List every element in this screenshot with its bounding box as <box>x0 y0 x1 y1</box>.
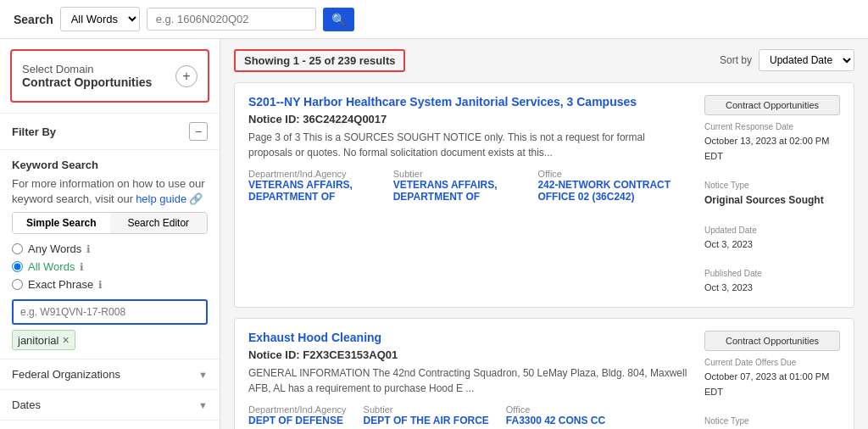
filter-toggle-button[interactable]: − <box>189 122 208 141</box>
content-area: Sort by Updated Date Showing 1 - 25 of 2… <box>220 39 868 429</box>
meta-col-agency: Department/Ind.Agency VETERANS AFFAIRS, … <box>248 169 376 203</box>
filter-section-notice-type[interactable]: Notice Type ▼ <box>0 420 220 429</box>
main-layout: Select Domain Contract Opportunities + F… <box>0 39 868 429</box>
meta-col-office: Office FA3300 42 CONS CC <box>506 404 605 426</box>
result-card: S201--NY Harbor Healthcare System Janito… <box>234 82 854 308</box>
search-label: Search <box>14 13 53 26</box>
result-right: Contract Opportunities Current Response … <box>704 95 840 295</box>
meta-row: Department/Ind.Agency DEPT OF DEFENSE Su… <box>248 404 691 426</box>
radio-all-words[interactable]: All Words ℹ <box>12 260 208 273</box>
right-meta: Current Date Offers Due October 07, 2023… <box>704 356 840 429</box>
filter-by-header: Filter By − <box>0 113 220 149</box>
keyword-title: Keyword Search <box>12 159 208 171</box>
meta-col-subtier: Subtier DEPT OF THE AIR FORCE <box>364 404 489 426</box>
filter-section-dates[interactable]: Dates ▼ <box>0 389 220 420</box>
sort-bar: Sort by Updated Date <box>720 49 854 71</box>
meta-col-office: Office 242-NETWORK CONTRACT OFFICE 02 (3… <box>537 169 691 203</box>
keyword-help-text: For more information on how to use our k… <box>12 176 208 207</box>
chevron-down-icon: ▼ <box>198 370 208 380</box>
domain-text: Select Domain <box>22 63 152 75</box>
meta-col-agency: Department/Ind.Agency DEPT OF DEFENSE <box>248 404 347 426</box>
all-words-info-icon[interactable]: ℹ <box>80 261 84 273</box>
sidebar: Select Domain Contract Opportunities + F… <box>0 39 220 429</box>
results-summary: Showing 1 - 25 of 239 results <box>234 49 405 72</box>
result-right: Contract Opportunities Current Date Offe… <box>704 331 840 429</box>
result-title[interactable]: S201--NY Harbor Healthcare System Janito… <box>248 95 691 109</box>
radio-group: Any Words ℹ All Words ℹ Exact Phrase ℹ <box>12 242 208 291</box>
keyword-search-input[interactable] <box>12 299 208 325</box>
remove-keyword-tag[interactable]: × <box>62 333 69 347</box>
result-description: Page 3 of 3 This is a SOURCES SOUGHT NOT… <box>248 130 691 160</box>
meta-col-subtier: Subtier VETERANS AFFAIRS, DEPARTMENT OF <box>393 169 521 203</box>
sort-select[interactable]: Updated Date <box>759 49 854 71</box>
search-input[interactable] <box>147 8 316 31</box>
tab-search-editor[interactable]: Search Editor <box>110 213 208 233</box>
radio-exact-phrase-input[interactable] <box>12 279 23 290</box>
any-words-info-icon[interactable]: ℹ <box>86 243 91 255</box>
meta-row: Department/Ind.Agency VETERANS AFFAIRS, … <box>248 169 691 203</box>
domain-add-button[interactable]: + <box>175 65 198 87</box>
contract-badge: Contract Opportunities <box>704 95 840 115</box>
keyword-section: Keyword Search For more information on h… <box>0 149 220 359</box>
search-type-select[interactable]: All Words <box>60 7 140 31</box>
domain-box: Select Domain Contract Opportunities + <box>10 49 209 103</box>
result-main: Exhaust Hood Cleaning Notice ID: F2X3CE3… <box>248 331 691 429</box>
radio-all-words-input[interactable] <box>12 261 23 272</box>
chevron-down-icon: ▼ <box>198 400 208 410</box>
result-title[interactable]: Exhaust Hood Cleaning <box>248 331 691 344</box>
keyword-tag: janitorial × <box>12 330 75 350</box>
contract-badge: Contract Opportunities <box>704 331 840 351</box>
result-notice-id: Notice ID: 36C24224Q0017 <box>248 113 691 125</box>
result-notice-id: Notice ID: F2X3CE3153AQ01 <box>248 348 691 361</box>
top-bar: Search All Words 🔍 <box>0 0 868 39</box>
exact-phrase-info-icon[interactable]: ℹ <box>98 279 103 291</box>
radio-exact-phrase[interactable]: Exact Phrase ℹ <box>12 278 208 291</box>
radio-any-words[interactable]: Any Words ℹ <box>12 242 208 255</box>
result-main: S201--NY Harbor Healthcare System Janito… <box>248 95 691 295</box>
result-description: GENERAL INFORMATION The 42nd Contracting… <box>248 365 691 396</box>
right-meta: Current Response Date October 13, 2023 a… <box>704 120 840 295</box>
result-card: Exhaust Hood Cleaning Notice ID: F2X3CE3… <box>234 318 854 429</box>
search-button[interactable]: 🔍 <box>323 8 354 31</box>
sort-label: Sort by <box>720 54 752 66</box>
filter-label: Filter By <box>12 125 56 138</box>
search-tabs: Simple Search Search Editor <box>12 212 208 234</box>
help-link[interactable]: help guide <box>136 192 186 205</box>
filter-section-federal-orgs[interactable]: Federal Organizations ▼ <box>0 359 220 389</box>
tab-simple-search[interactable]: Simple Search <box>13 213 110 233</box>
domain-title: Contract Opportunities <box>22 75 152 89</box>
all-words-label: All Words <box>28 260 75 273</box>
radio-any-words-input[interactable] <box>12 243 23 254</box>
